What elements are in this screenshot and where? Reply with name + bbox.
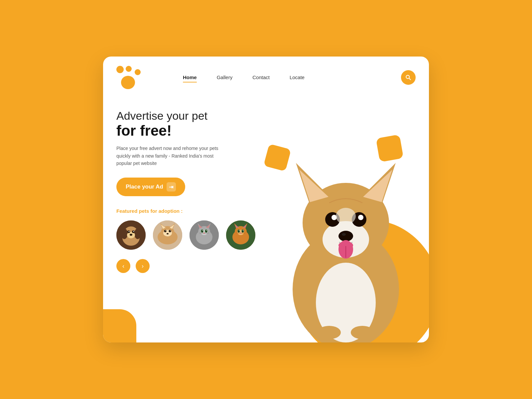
svg-point-38 <box>202 230 203 231</box>
pet-image-1 <box>116 220 146 250</box>
nav-item-contact[interactable]: Contact <box>252 74 270 80</box>
logo <box>116 66 143 89</box>
navbar: Home Gallery Contact Locate <box>103 57 429 89</box>
svg-point-57 <box>239 230 239 231</box>
svg-point-23 <box>165 230 166 231</box>
featured-label: Featured pets for adoption : <box>116 208 416 214</box>
svg-point-22 <box>169 230 171 232</box>
decorative-corner <box>103 309 136 342</box>
svg-point-39 <box>206 230 207 231</box>
paw-toe-2 <box>126 66 132 72</box>
svg-point-58 <box>243 230 243 231</box>
svg-point-40 <box>203 232 205 234</box>
paw-toe-1 <box>116 66 124 73</box>
main-card: Home Gallery Contact Locate Advertise yo… <box>103 57 429 342</box>
svg-point-25 <box>167 233 169 234</box>
pet-avatar-2[interactable] <box>153 220 182 250</box>
paw-main <box>121 76 135 89</box>
next-icon: › <box>142 263 144 270</box>
cta-label: Place your Ad <box>126 184 163 190</box>
cta-arrow-icon: ⇥ <box>167 182 176 192</box>
svg-point-6 <box>134 228 141 239</box>
search-icon <box>405 74 412 81</box>
carousel-arrows: ‹ › <box>103 259 429 273</box>
hero-headline-bold: for free! <box>116 123 416 139</box>
pets-row <box>116 220 416 250</box>
svg-point-84 <box>318 326 341 339</box>
svg-point-21 <box>164 230 167 232</box>
paw-toe-3 <box>135 69 141 75</box>
search-button[interactable] <box>401 70 416 85</box>
svg-point-85 <box>351 326 374 339</box>
svg-point-24 <box>170 230 171 231</box>
svg-point-59 <box>240 232 242 234</box>
nav-links: Home Gallery Contact Locate <box>183 74 401 80</box>
pet-image-4 <box>226 220 255 250</box>
pet-avatar-1[interactable] <box>116 220 146 250</box>
svg-point-11 <box>133 231 134 232</box>
carousel-next-button[interactable]: › <box>136 259 150 273</box>
hero-headline-light: Advertise your pet <box>116 109 416 123</box>
pet-image-2 <box>153 220 182 250</box>
nav-link-contact[interactable]: Contact <box>252 74 270 80</box>
pet-image-3 <box>190 220 219 250</box>
carousel-prev-button[interactable]: ‹ <box>116 259 130 273</box>
hero-subtitle: Place your free advert now and rehome yo… <box>116 145 223 167</box>
nav-item-locate[interactable]: Locate <box>290 74 305 80</box>
pet-avatar-3[interactable] <box>190 220 219 250</box>
nav-item-home[interactable]: Home <box>183 74 197 80</box>
svg-point-12 <box>130 234 132 236</box>
nav-item-gallery[interactable]: Gallery <box>217 74 233 80</box>
svg-line-1 <box>409 78 411 80</box>
prev-icon: ‹ <box>122 263 124 270</box>
hero-section: Advertise your pet for free! Place your … <box>103 89 429 196</box>
nav-link-gallery[interactable]: Gallery <box>217 74 233 80</box>
nav-link-home[interactable]: Home <box>183 74 197 80</box>
svg-point-10 <box>129 231 130 232</box>
svg-point-5 <box>121 228 128 239</box>
place-ad-button[interactable]: Place your Ad ⇥ <box>116 178 185 196</box>
pet-avatar-4[interactable] <box>226 220 255 250</box>
nav-link-locate[interactable]: Locate <box>290 74 305 80</box>
featured-section: Featured pets for adoption : <box>103 196 429 250</box>
